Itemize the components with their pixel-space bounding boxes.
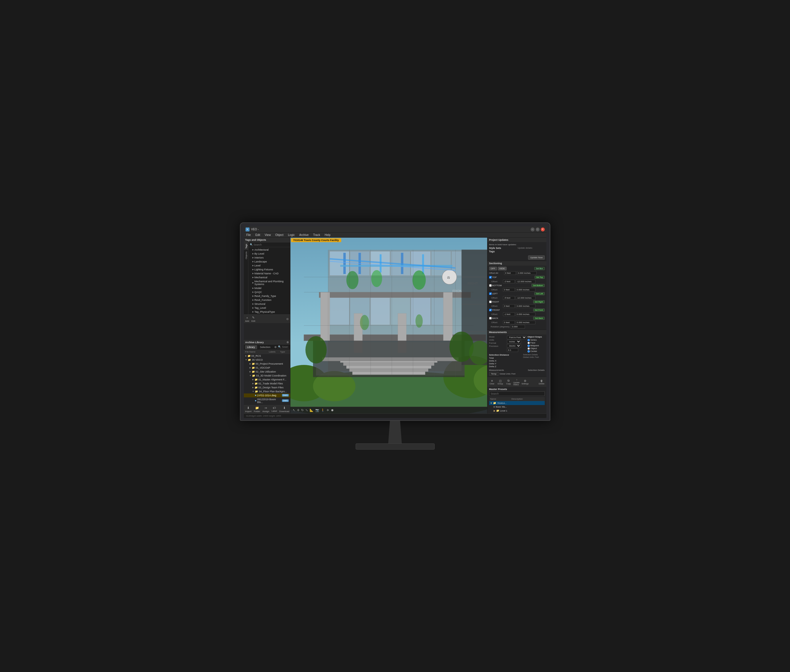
set-bottom-button[interactable]: Set Bottom: [531, 284, 545, 287]
menu-edit[interactable]: Edit: [254, 234, 261, 237]
list-item[interactable]: ▶ 📁 02_Site Utilization: [244, 370, 290, 374]
walk-tool[interactable]: 🚶: [321, 408, 325, 412]
set-left-button[interactable]: Set Left: [534, 292, 544, 295]
set-box-button[interactable]: Set Box: [534, 267, 545, 270]
close-button[interactable]: ✕: [541, 227, 545, 232]
tab-library[interactable]: Library: [245, 345, 257, 349]
set-front-button[interactable]: Set Front: [533, 309, 545, 312]
set-top-button[interactable]: Set Top: [534, 276, 545, 279]
toolbar-delete-button[interactable]: 🗑 Delete: [538, 379, 545, 385]
add-button[interactable]: + Add: [245, 316, 249, 322]
list-item[interactable]: ▶ 📁 01_VDCOxP: [244, 366, 290, 370]
pointer-tool[interactable]: ↖: [293, 408, 295, 412]
preset-item[interactable]: ▼ 📁 701814...: [489, 401, 545, 405]
top-checkbox[interactable]: [489, 276, 492, 278]
viewport[interactable]: 7018146 Travis County Courts Facility: [290, 238, 487, 413]
archive-settings-icon[interactable]: ⚙: [286, 341, 289, 344]
list-item[interactable]: ▼ 📁 35 VDCO: [244, 358, 290, 362]
menu-object[interactable]: Object: [274, 234, 284, 237]
group-button[interactable]: ◫ Group: [497, 379, 504, 385]
face-radio[interactable]: [528, 342, 530, 344]
object-radio[interactable]: [528, 347, 530, 350]
units-select[interactable]: Inches: [507, 340, 521, 344]
back-offset-feet[interactable]: [503, 321, 515, 324]
bottom-offset-inches[interactable]: [516, 288, 536, 291]
section-off-button[interactable]: OFF: [489, 267, 497, 270]
camera-tool[interactable]: 📷: [315, 408, 319, 412]
import-button[interactable]: ⬇ Import: [245, 406, 252, 413]
record-tool[interactable]: ⏺: [331, 408, 334, 412]
filter-icon[interactable]: ⚙: [274, 346, 277, 349]
list-item[interactable]: ▼ 📁 04_Floor Plan Backgro...: [244, 389, 290, 394]
menu-logic[interactable]: Logic: [287, 234, 296, 237]
archive-search-input[interactable]: [282, 346, 288, 348]
vtab-tags[interactable]: Tags: [244, 242, 248, 250]
section-hide-button[interactable]: HIDE: [498, 267, 507, 270]
set-back-button[interactable]: Set Back: [533, 317, 544, 320]
right-checkbox[interactable]: [489, 301, 492, 303]
edit-button[interactable]: ✎ Edit: [251, 316, 256, 322]
tree-item-interiors[interactable]: ▶ Interiors: [248, 256, 290, 260]
menu-archive[interactable]: Archive: [298, 234, 309, 237]
tree-item-revit-function[interactable]: ▶ Revit_Function: [248, 298, 290, 302]
back-offset-inches[interactable]: [516, 321, 536, 324]
menu-view[interactable]: View: [264, 234, 272, 237]
left-checkbox[interactable]: [489, 293, 492, 295]
tab-selection[interactable]: Selection: [258, 345, 273, 349]
mode-select[interactable]: Point to Point: [507, 336, 527, 339]
list-item[interactable]: ▶ 📁 01_Master Alignment F...: [244, 378, 290, 382]
label-button[interactable]: 🏷 Label: [272, 406, 277, 412]
tree-item-level[interactable]: ▶ Level: [248, 264, 290, 267]
list-item[interactable]: ▶ 📁 03_RCS: [244, 354, 290, 358]
tree-item-landscape[interactable]: ▶ Landscape: [248, 260, 290, 264]
offset-all-feet-input[interactable]: [504, 271, 516, 275]
back-checkbox[interactable]: [489, 317, 492, 320]
menu-help[interactable]: Help: [324, 234, 331, 237]
rotation-input[interactable]: [511, 325, 525, 328]
tree-item-mechanical[interactable]: ▶ Mechanical: [248, 275, 290, 279]
assign-button[interactable]: ⇒ Assign: [262, 406, 269, 413]
tree-item-lighting[interactable]: ▶ Lighting Fixtures: [248, 267, 290, 272]
front-offset-inches[interactable]: [516, 312, 536, 316]
menu-file[interactable]: File: [246, 234, 252, 237]
left-offset-inches[interactable]: [516, 296, 536, 300]
clear-button[interactable]: ✕ Clear: [489, 379, 496, 385]
tree-item-mech-plumbing[interactable]: ▶ Mechanical and Plumbing Systems: [248, 279, 290, 286]
list-item[interactable]: ▶ 📁 03_Design Team Files: [244, 386, 290, 389]
preset-item[interactable]: ▶ 📁 Level 1: [493, 409, 545, 413]
update-now-button[interactable]: Update Now: [528, 255, 544, 260]
list-item[interactable]: ▶ 📁 02_Trade Model Files: [244, 382, 290, 386]
tree-item-bylevel[interactable]: ▶ By Level: [248, 252, 290, 256]
right-offset-feet[interactable]: [503, 304, 515, 308]
presets-search-input[interactable]: [489, 392, 545, 396]
list-item[interactable]: ▼ 📁 03_3D Model Coordination: [244, 374, 290, 378]
fly-tool[interactable]: ✈: [326, 408, 329, 412]
tree-item-tag-level[interactable]: ▶ Tag_Level: [248, 306, 290, 310]
front-checkbox[interactable]: [489, 309, 492, 311]
center-radio[interactable]: [528, 350, 530, 352]
list-item[interactable]: ■ 2-FS1-101A.dwg DWG: [244, 394, 290, 397]
set-right-button[interactable]: Set Right: [533, 300, 545, 303]
top-offset-feet[interactable]: [503, 280, 515, 283]
maximize-button[interactable]: □: [536, 227, 540, 232]
tree-item-revit-family[interactable]: ▶ Revit_Family_Type: [248, 294, 290, 298]
update-status-button[interactable]: ↑ Update Status: [513, 378, 520, 386]
tree-item-structural[interactable]: ▶ Structural: [248, 302, 290, 306]
minimize-button[interactable]: ─: [531, 227, 534, 232]
scale-tool[interactable]: ⤡: [305, 408, 308, 412]
rotate-tool[interactable]: ↻: [301, 408, 304, 412]
front-offset-feet[interactable]: [503, 312, 515, 316]
format-select[interactable]: Decimal: [507, 344, 521, 348]
tree-item-qaqc[interactable]: ▶ QAQC: [248, 290, 290, 294]
panel-settings-icon[interactable]: ⚙: [286, 317, 289, 321]
tree-item-material[interactable]: ▶ Material Name - CAD: [248, 272, 290, 275]
preset-item[interactable]: ■ Basic Ma...: [493, 405, 545, 409]
vtab-objects[interactable]: Objects: [244, 250, 248, 261]
bottom-offset-feet[interactable]: [503, 288, 515, 291]
vertex-radio[interactable]: [528, 339, 530, 341]
settings-button[interactable]: ⚙ Settings: [521, 379, 529, 385]
precision-input[interactable]: [507, 348, 518, 352]
right-offset-inches[interactable]: [516, 304, 536, 308]
top-offset-inches[interactable]: [516, 280, 536, 283]
move-tool[interactable]: ✛: [297, 408, 299, 412]
